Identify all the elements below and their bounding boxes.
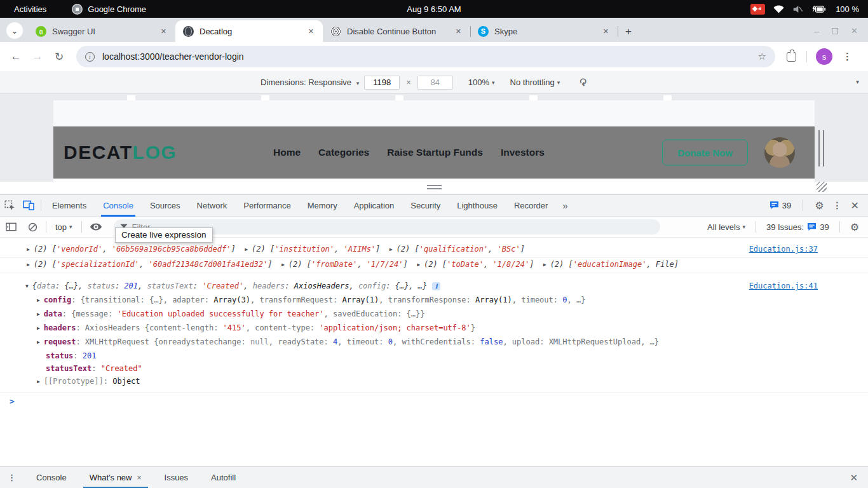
browser-tab[interactable]: {}Swagger UI✕ bbox=[28, 20, 175, 42]
activities-button[interactable]: Activities bbox=[14, 4, 46, 14]
source-link[interactable]: Education.js:37 bbox=[749, 243, 818, 255]
expander-triangle-icon[interactable]: ▶ bbox=[27, 259, 30, 271]
devtools-tab-application[interactable]: Application bbox=[346, 194, 403, 217]
console-text-segment: , bbox=[357, 260, 366, 269]
nav-link-home[interactable]: Home bbox=[273, 147, 301, 158]
console-settings-gear-icon[interactable]: ⚙ bbox=[850, 221, 859, 233]
wifi-icon bbox=[773, 5, 784, 13]
focused-app-indicator[interactable]: Google Chrome bbox=[72, 4, 146, 15]
window-restore-button[interactable] bbox=[832, 28, 838, 34]
bookmark-star-icon[interactable]: ☆ bbox=[758, 51, 766, 62]
expander-triangle-icon[interactable]: ▶ bbox=[37, 376, 40, 388]
devtools-settings-gear-icon[interactable]: ⚙ bbox=[815, 200, 824, 212]
log-levels-dropdown[interactable]: All levels ▾ bbox=[707, 222, 745, 232]
devtools-tab-security[interactable]: Security bbox=[402, 194, 449, 217]
nav-link-investors[interactable]: Investors bbox=[501, 147, 545, 158]
expander-triangle-icon[interactable]: ▶ bbox=[543, 259, 546, 271]
user-avatar[interactable] bbox=[764, 137, 795, 168]
reload-button[interactable]: ↻ bbox=[48, 50, 70, 64]
console-text-segment: 'BSc' bbox=[498, 245, 520, 254]
javascript-context-dropdown[interactable]: top ▾ bbox=[49, 222, 79, 232]
viewport-resize-handle-right[interactable] bbox=[818, 130, 824, 166]
devtools-menu-kebab-icon[interactable]: ⋮ bbox=[833, 200, 842, 210]
console-sidebar-toggle-icon[interactable] bbox=[0, 222, 22, 231]
drawer-tab-issues[interactable]: Issues bbox=[153, 467, 200, 488]
devtools-tab-console[interactable]: Console bbox=[95, 194, 142, 217]
expander-triangle-icon[interactable]: ▶ bbox=[37, 336, 40, 349]
site-info-icon[interactable]: i bbox=[85, 52, 95, 62]
logo-text-primary: DECAT bbox=[64, 142, 133, 163]
console-row-content: ▶headers: AxiosHeaders {content-length: … bbox=[0, 322, 868, 336]
site-logo[interactable]: DECATLOG bbox=[64, 142, 177, 163]
viewport-width-input[interactable] bbox=[364, 76, 400, 90]
expander-triangle-icon[interactable]: ▶ bbox=[245, 243, 248, 256]
devtools-tab-performance[interactable]: Performance bbox=[235, 194, 299, 217]
device-toolbar-more-icon[interactable]: ▾ bbox=[856, 78, 859, 85]
devtools-close-icon[interactable]: ✕ bbox=[851, 200, 859, 212]
profile-avatar[interactable]: s bbox=[816, 48, 832, 65]
console-messages-badge[interactable]: 39 bbox=[770, 201, 791, 210]
rotate-viewport-icon[interactable]: ⟳ bbox=[577, 78, 589, 86]
console-text-segment: 'fromDate' bbox=[311, 260, 357, 269]
url-text[interactable]: localhost:3000/teacher-vendor-login bbox=[102, 51, 244, 62]
nav-link-categories[interactable]: Categories bbox=[318, 147, 369, 158]
source-link[interactable]: Education.js:41 bbox=[749, 280, 818, 292]
extensions-icon[interactable] bbox=[787, 52, 796, 62]
viewport-resize-corner-grip[interactable] bbox=[817, 182, 827, 192]
window-close-button[interactable]: ✕ bbox=[851, 26, 858, 36]
devtools-tab-elements[interactable]: Elements bbox=[44, 194, 95, 217]
inspect-element-icon[interactable] bbox=[0, 197, 19, 214]
tab-close-icon[interactable]: ✕ bbox=[453, 26, 464, 37]
drawer-tab-console[interactable]: Console bbox=[25, 467, 78, 488]
expander-triangle-icon[interactable]: ▶ bbox=[37, 322, 40, 335]
browser-tab[interactable]: Disable Continue Button✕ bbox=[323, 20, 470, 42]
window-minimize-button[interactable]: – bbox=[814, 29, 819, 34]
devtools-tab-lighthouse[interactable]: Lighthouse bbox=[449, 194, 506, 217]
expander-triangle-icon[interactable]: ▶ bbox=[417, 259, 420, 271]
nav-link-raise-startup-funds[interactable]: Raise Startup Funds bbox=[387, 147, 483, 158]
expander-triangle-icon[interactable]: ▶ bbox=[27, 243, 30, 256]
tab-close-icon[interactable]: ✕ bbox=[306, 26, 316, 37]
dimensions-dropdown[interactable]: Dimensions: Responsive ▾ bbox=[261, 78, 359, 87]
device-toolbar-toggle-icon[interactable] bbox=[19, 197, 38, 214]
devtools-tab-network[interactable]: Network bbox=[189, 194, 236, 217]
create-live-expression-icon[interactable] bbox=[85, 223, 107, 231]
more-panels-icon[interactable]: » bbox=[556, 200, 574, 211]
clear-console-icon[interactable] bbox=[22, 222, 43, 232]
devtools-tab-recorder[interactable]: Recorder bbox=[506, 194, 556, 217]
drawer-tab-label: What's new bbox=[90, 473, 132, 482]
drawer-close-icon[interactable]: ✕ bbox=[850, 472, 858, 484]
donate-now-button[interactable]: Donate Now bbox=[662, 140, 748, 166]
drawer-menu-kebab-icon[interactable]: ⋮ bbox=[8, 473, 16, 482]
viewport-height-input[interactable] bbox=[417, 76, 453, 90]
console-prompt-chevron[interactable]: > bbox=[0, 393, 868, 406]
console-row-content: ▼{data: {…}, status: 201, statusText: 'C… bbox=[0, 280, 749, 294]
tab-close-icon[interactable]: ✕ bbox=[158, 26, 169, 37]
drawer-tab-what-s-new[interactable]: What's new× bbox=[78, 467, 153, 488]
info-icon[interactable]: i bbox=[432, 282, 440, 290]
devtools-tab-memory[interactable]: Memory bbox=[299, 194, 346, 217]
expander-triangle-icon[interactable]: ▶ bbox=[37, 294, 40, 307]
zoom-dropdown[interactable]: 100% ▾ bbox=[468, 78, 495, 87]
drawer-tab-close-icon[interactable]: × bbox=[137, 473, 142, 482]
tab-search-button[interactable]: ⌄ bbox=[6, 22, 23, 39]
message-bubble-icon bbox=[770, 201, 779, 210]
viewport-resize-handle-bottom[interactable] bbox=[427, 185, 442, 189]
omnibox[interactable]: i localhost:3000/teacher-vendor-login ☆ bbox=[76, 46, 775, 67]
expander-triangle-icon[interactable]: ▼ bbox=[25, 280, 29, 293]
throttling-dropdown[interactable]: No throttling ▾ bbox=[510, 78, 560, 87]
new-tab-button[interactable]: + bbox=[625, 26, 632, 37]
back-button[interactable]: ← bbox=[5, 50, 27, 63]
drawer-tab-autofill[interactable]: Autofill bbox=[200, 467, 247, 488]
system-tray[interactable]: 100 % bbox=[750, 4, 859, 15]
expander-triangle-icon[interactable]: ▶ bbox=[281, 259, 285, 271]
browser-tab[interactable]: Decatlog✕ bbox=[175, 20, 323, 42]
tab-close-icon[interactable]: ✕ bbox=[600, 26, 611, 37]
expander-triangle-icon[interactable]: ▶ bbox=[37, 308, 40, 321]
expander-triangle-icon[interactable]: ▶ bbox=[390, 243, 393, 256]
forward-button[interactable]: → bbox=[27, 50, 48, 63]
devtools-tab-sources[interactable]: Sources bbox=[142, 194, 189, 217]
browser-menu-icon[interactable]: ⋮ bbox=[843, 51, 852, 62]
browser-tab[interactable]: SSkype✕ bbox=[470, 20, 618, 42]
issues-counter[interactable]: 39 Issues: 39 bbox=[766, 222, 829, 232]
